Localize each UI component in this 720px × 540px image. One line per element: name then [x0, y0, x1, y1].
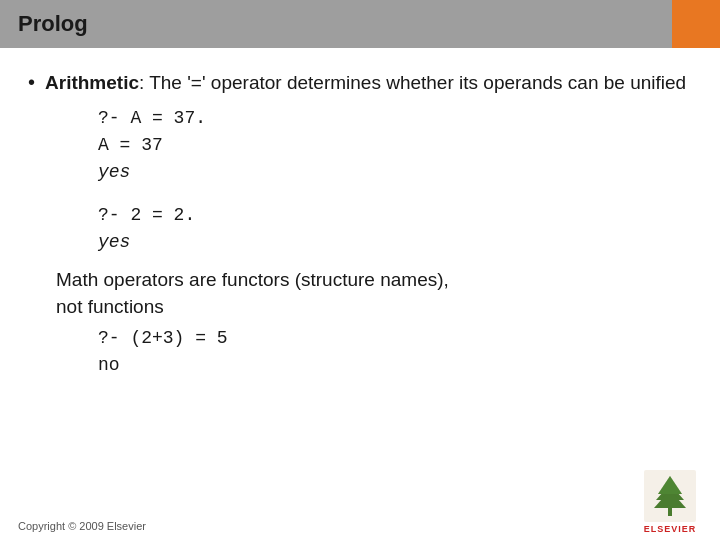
code-line-2b: yes	[98, 229, 692, 256]
arithmetic-intro: Arithmetic: The '=' operator determines …	[45, 70, 686, 97]
arithmetic-heading: Arithmetic	[45, 72, 139, 93]
math-operators-text: Math operators are functors (structure n…	[56, 266, 692, 321]
arithmetic-bullet: • Arithmetic: The '=' operator determine…	[28, 70, 692, 97]
math-text-line2: not functions	[56, 293, 692, 321]
elsevier-tree-icon	[644, 470, 696, 522]
code-line-1a: ?- A = 37.	[98, 105, 692, 132]
code-line-1b: A = 37	[98, 132, 692, 159]
math-text-line1: Math operators are functors (structure n…	[56, 266, 692, 294]
main-content: • Arithmetic: The '=' operator determine…	[0, 48, 720, 395]
code-line-3a: ?- (2+3) = 5	[98, 325, 692, 352]
header-bar: Prolog	[0, 0, 720, 48]
orange-accent-decoration	[672, 0, 720, 48]
code-block-3: ?- (2+3) = 5 no	[98, 325, 692, 379]
copyright-text: Copyright © 2009 Elsevier	[18, 520, 146, 532]
code-line-1c: yes	[98, 159, 692, 186]
code-block-1: ?- A = 37. A = 37 yes	[98, 105, 692, 186]
arithmetic-description: The '=' operator determines whether its …	[144, 72, 686, 93]
bullet-symbol: •	[28, 71, 35, 94]
footer: Copyright © 2009 Elsevier	[0, 520, 720, 532]
elsevier-logo: ELSEVIER	[636, 466, 704, 534]
code-line-3b: no	[98, 352, 692, 379]
slide-title: Prolog	[18, 11, 88, 37]
code-line-2a: ?- 2 = 2.	[98, 202, 692, 229]
elsevier-label: ELSEVIER	[644, 524, 697, 534]
code-block-2: ?- 2 = 2. yes	[98, 202, 692, 256]
